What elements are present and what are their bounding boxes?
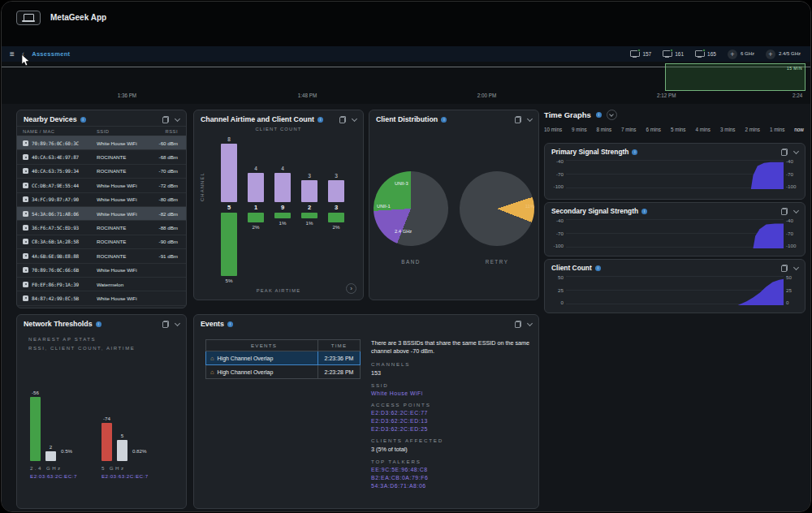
device-icon [23, 253, 28, 259]
device-row[interactable]: 70:89:76:0C:60:3C White House WiFi -60 d… [17, 136, 186, 150]
thresholds-subtitle: NEAREST AP STATS RSSI, CLIENT COUNT, AIR… [28, 335, 186, 353]
time-range-option[interactable]: 4 mins [695, 127, 710, 132]
chevron-down-icon[interactable] [352, 115, 357, 121]
add-band-button[interactable]: 2.4/5 GHz [766, 50, 801, 59]
info-icon[interactable] [595, 265, 601, 271]
copy-icon[interactable] [781, 265, 788, 272]
copy-icon[interactable] [781, 208, 788, 215]
info-icon[interactable] [596, 112, 602, 118]
collapse-button[interactable] [607, 110, 617, 120]
event-row[interactable]: ⌂High Channel Overlap 2:23:36 PM [206, 351, 361, 365]
device-row[interactable]: 70:89:76:0C:66:6B White House WiFi [17, 264, 186, 278]
band-label: 2.4 GHz [30, 465, 77, 471]
info-icon[interactable] [641, 209, 647, 214]
client-count-bar [248, 173, 264, 202]
talker-link[interactable]: EE:9C:5E:96:48:C8 [371, 467, 530, 472]
channel-column[interactable]: 3 3 2% [328, 134, 344, 286]
status-dot [702, 49, 706, 52]
device-row[interactable]: C8:3A:6B:1A:28:58 ROCINANTE -90 dBm [17, 235, 186, 249]
copy-icon[interactable] [515, 116, 521, 123]
copy-icon[interactable] [162, 116, 169, 123]
time-range-option[interactable]: now [794, 127, 804, 132]
device-row[interactable]: CC:DB:A7:9E:55:44 White House WiFi -72 d… [17, 179, 186, 192]
timeline-tick: 1:48 PM [298, 93, 317, 98]
signal-area-chart[interactable] [566, 158, 784, 189]
info-icon[interactable] [227, 321, 233, 327]
signal-area-chart[interactable] [566, 218, 784, 248]
event-row[interactable]: ⌂High Channel Overlap 2:23:28 PM [206, 365, 361, 379]
info-icon[interactable] [441, 117, 447, 123]
monitor-icon [663, 50, 672, 58]
copy-icon[interactable] [781, 149, 788, 156]
band-pie-chart[interactable]: UNII-3 UNII-1 2.4 GHz [374, 171, 448, 246]
ap-mac-link[interactable]: E2:03:63:2C:EC:7 [102, 473, 149, 479]
channel-column[interactable]: 4 1 2% [248, 134, 264, 286]
ap-link[interactable]: E2:D3:62:2C:ED:13 [371, 418, 530, 424]
channel-bar-chart[interactable]: 8 5 5% 4 [194, 134, 363, 286]
talker-link[interactable]: 54:3A:D6:71:A8:06 [371, 483, 530, 489]
time-range-option[interactable]: 5 mins [671, 127, 686, 132]
retry-pie-chart[interactable]: 11% [460, 171, 534, 246]
client-count-area-chart[interactable] [566, 274, 784, 305]
app-icon-button[interactable] [16, 11, 41, 25]
ap-mac-link[interactable]: E2:03:63:2C:EC:7 [30, 473, 77, 479]
device-mac: F0:EF:86:F9:1A:39 [32, 282, 79, 287]
time-range-option[interactable]: 3 mins [720, 127, 736, 132]
device-row[interactable]: 36:F6:A7:5C:ED:93 ROCINANTE -88 dBm [17, 221, 186, 235]
channel-monitor[interactable]: 161 [663, 50, 684, 58]
info-icon[interactable] [317, 117, 323, 123]
timeline-selection[interactable]: 15 MIN [665, 63, 806, 91]
slice-label-24ghz: 2.4 GHz [395, 229, 412, 234]
info-icon[interactable] [632, 149, 637, 155]
chevron-right-button[interactable]: › [346, 283, 356, 294]
ssid-link[interactable]: White House WiFi [371, 390, 530, 396]
band-label: 6 GHz [741, 51, 754, 58]
menu-icon[interactable]: ≡ [10, 50, 15, 58]
device-row[interactable]: 54:3A:06:71:A8:06 White House WiFi -82 d… [17, 207, 186, 221]
channel-monitor[interactable]: 157 [630, 50, 651, 58]
chevron-down-icon[interactable] [527, 115, 533, 121]
talker-link[interactable]: B2:EA:CB:0A:79:F6 [371, 475, 530, 481]
time-graphs-title: Time Graphs [544, 110, 591, 119]
breadcrumb-assessment[interactable]: Assessment [32, 50, 70, 58]
device-mac: 84:87:42:99:EC:5B [32, 295, 79, 301]
channel-column[interactable]: 8 5 5% [221, 134, 237, 286]
copy-icon[interactable] [515, 321, 521, 328]
chevron-down-icon[interactable] [793, 207, 799, 213]
chevron-down-icon[interactable] [175, 320, 180, 325]
info-icon[interactable] [80, 117, 86, 123]
device-row[interactable]: 40:CA:63:4E:97:87 ROCINANTE -68 dBm [17, 150, 186, 164]
device-rssi: -88 dBm [149, 225, 184, 231]
network-thresholds-panel: Network Thresholds NEAREST AP STATS RSSI… [16, 314, 187, 509]
channel-column[interactable]: 4 9 1% [274, 134, 291, 286]
info-icon[interactable] [96, 321, 102, 327]
channel-monitor[interactable]: 165 [695, 50, 716, 58]
chevron-down-icon[interactable] [793, 264, 799, 269]
ap-link[interactable]: E2:D3:62:2C:ED:25 [371, 426, 530, 432]
time-range-option[interactable]: 7 mins [621, 127, 637, 132]
access-points-list: E2:D3:62:2C:EC:77E2:D3:62:2C:ED:13E2:D3:… [371, 410, 530, 432]
time-range-option[interactable]: 1 mins [770, 127, 785, 132]
device-row[interactable]: F0:EF:86:F9:1A:39 Watermelon [17, 278, 186, 291]
time-range-option[interactable]: 2 mins [745, 127, 760, 132]
device-rssi: -60 dBm [149, 140, 184, 146]
ap-link[interactable]: E2:D3:62:2C:EC:77 [371, 410, 530, 416]
time-range-option[interactable]: 8 mins [596, 127, 611, 132]
add-band-button[interactable]: 6 GHz [728, 50, 754, 59]
device-row[interactable]: 4A:6B:6E:9B:E8:88 ROCINANTE -91 dBm [17, 249, 186, 263]
selection-duration-label: 15 MIN [787, 66, 802, 71]
chevron-down-icon[interactable] [793, 148, 799, 153]
time-range-option[interactable]: 9 mins [572, 127, 587, 132]
time-range-option[interactable]: 10 mins [544, 127, 562, 132]
device-row[interactable]: 34:FC:99:87:A7:90 White House WiFi -80 d… [17, 193, 186, 207]
thresholds-bar-chart[interactable]: -56 2 0.5% 2.4 GHz E2:03:63:2C:EC:7 -74 … [30, 386, 149, 479]
copy-icon[interactable] [162, 321, 169, 328]
timeline[interactable]: 15 MIN 1:36 PM 1:48 PM 2:00 PM 2:12 PM 2… [2, 62, 810, 104]
chevron-down-icon[interactable] [527, 320, 533, 325]
copy-icon[interactable] [339, 116, 346, 123]
device-row[interactable]: 84:87:42:99:EC:5B White House WiFi [17, 291, 186, 305]
device-row[interactable]: 40:CA:63:75:99:34 ROCINANTE -70 dBm [17, 165, 186, 179]
channel-column[interactable]: 3 2 1% [301, 134, 317, 286]
time-range-option[interactable]: 6 mins [646, 127, 661, 132]
chevron-down-icon[interactable] [175, 115, 180, 121]
